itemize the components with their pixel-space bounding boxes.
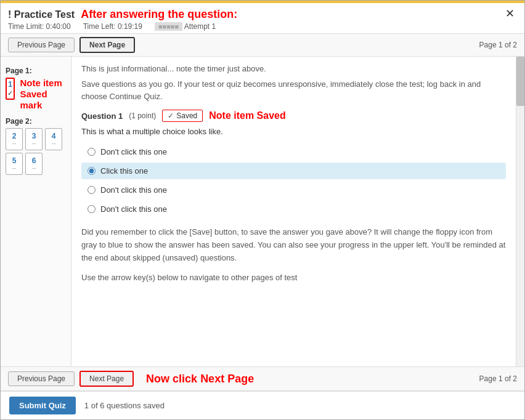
page1-label: Page 1: <box>6 67 66 75</box>
option-3[interactable]: Don't click this one <box>81 182 506 198</box>
item-1-check: ✓ <box>7 89 13 97</box>
modal-title: ! Practice Test <box>8 9 75 20</box>
question-header: Question 1 (1 point) ✓ Saved Note item S… <box>81 110 506 122</box>
question-text: This is what a multiple choice looks lik… <box>81 127 506 136</box>
question-points: (1 point) <box>129 111 156 120</box>
sidebar-item-3[interactable]: 3 -- <box>25 128 43 150</box>
sidebar-item-5[interactable]: 5 -- <box>6 153 23 175</box>
bottom-nav-left: Previous Page Next Page Now click Next P… <box>8 371 254 387</box>
saved-checkmark: ✓ <box>168 111 174 120</box>
sidebar: Page 1: 1 ✓ Note item Saved mark Page 2:… <box>1 57 71 366</box>
modal-body: Page 1: 1 ✓ Note item Saved mark Page 2:… <box>1 57 524 366</box>
page2-items-row1: 2 -- 3 -- 4 -- <box>6 128 66 150</box>
next-page-button-bottom[interactable]: Next Page <box>79 371 134 387</box>
info-text: This is just informational... note the t… <box>81 64 506 73</box>
save-info: Save questions as you go. If your test o… <box>81 78 506 102</box>
option-1-label: Don't click this one <box>100 147 167 156</box>
sidebar-item-1[interactable]: 1 ✓ <box>6 78 15 100</box>
sidebar-item-2[interactable]: 2 -- <box>6 128 23 150</box>
close-button[interactable]: ✕ <box>503 8 517 19</box>
saved-count: 1 of 6 questions saved <box>84 401 165 410</box>
submit-quiz-button[interactable]: Submit Quiz <box>9 397 76 414</box>
prev-page-button-bottom[interactable]: Previous Page <box>8 371 75 386</box>
radio-option-3[interactable] <box>88 186 96 194</box>
modal-header: ! Practice Test After answering the ques… <box>1 3 524 34</box>
page-info-top: Page 1 of 2 <box>479 41 517 49</box>
attempt-info: ■■■■■ Attempt 1 <box>155 22 216 31</box>
page-info-bottom: Page 1 of 2 <box>479 374 517 383</box>
option-4-label: Don't click this one <box>100 204 167 214</box>
save-reminder: Did you remember to click the [Save] but… <box>81 226 506 264</box>
modal-meta: Time Limit: 0:40:00 Time Left: 0:19:19 ■… <box>8 22 237 31</box>
navigate-text: Use the arrow key(s) below to navigate t… <box>81 273 506 282</box>
time-left: Time Left: 0:19:19 <box>83 22 142 31</box>
scrollbar[interactable] <box>516 57 524 366</box>
item-1-num: 1 <box>8 80 12 89</box>
sidebar-item-6[interactable]: 6 -- <box>25 153 43 175</box>
radio-option-4[interactable] <box>88 205 96 213</box>
option-4[interactable]: Don't click this one <box>81 201 506 217</box>
option-2-label: Click this one <box>100 166 148 176</box>
radio-option-1[interactable] <box>88 148 96 156</box>
sidebar-item-4[interactable]: 4 -- <box>45 128 62 150</box>
next-page-button-top[interactable]: Next Page <box>79 37 135 53</box>
annotation-note-saved: Note item Saved <box>209 110 285 121</box>
option-2[interactable]: Click this one <box>81 163 506 179</box>
annotation-next-page: Now click Next Page <box>146 373 254 386</box>
annotation-saved-mark: Note item Saved mark <box>20 78 66 111</box>
question-label: Question 1 <box>81 111 123 121</box>
option-1[interactable]: Don't click this one <box>81 143 506 160</box>
annotation-title: After answering the question: <box>81 8 237 21</box>
radio-options: Don't click this one Click this one Don'… <box>81 143 506 217</box>
modal: ! Practice Test After answering the ques… <box>0 0 525 420</box>
radio-option-2[interactable] <box>88 167 96 175</box>
saved-badge: ✓ Saved <box>162 110 203 122</box>
page2-items-row2: 5 -- 6 -- <box>6 153 66 175</box>
prev-page-button-top[interactable]: Previous Page <box>8 38 75 52</box>
scrollbar-thumb[interactable] <box>516 57 524 106</box>
time-limit: Time Limit: 0:40:00 <box>8 22 71 31</box>
bottom-nav: Previous Page Next Page Now click Next P… <box>1 366 524 390</box>
saved-label: Saved <box>176 111 197 120</box>
main-content: This is just informational... note the t… <box>71 57 516 366</box>
title-row: ! Practice Test After answering the ques… <box>8 8 237 21</box>
top-nav-bar: Previous Page Next Page Page 1 of 2 <box>1 34 524 57</box>
footer-bar: Submit Quiz 1 of 6 questions saved <box>1 390 524 419</box>
top-nav-left: Previous Page Next Page <box>8 37 135 53</box>
option-3-label: Don't click this one <box>100 185 167 195</box>
header-left: ! Practice Test After answering the ques… <box>8 8 237 31</box>
page2-label: Page 2: <box>6 117 66 126</box>
